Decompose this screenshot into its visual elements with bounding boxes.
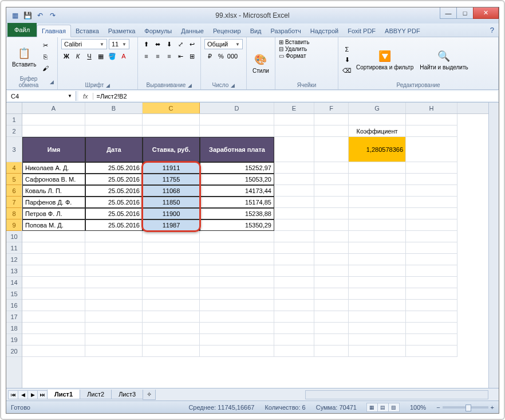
cell[interactable] — [349, 277, 406, 288]
cell[interactable] — [85, 346, 143, 357]
tab-insert[interactable]: Вставка — [71, 25, 104, 37]
cell[interactable] — [143, 323, 200, 334]
autosum-icon[interactable]: Σ — [342, 44, 352, 54]
cell[interactable] — [22, 311, 85, 323]
row-header[interactable]: 17 — [6, 311, 22, 323]
cell[interactable] — [406, 137, 457, 162]
col-header[interactable]: G — [349, 103, 406, 113]
cell[interactable] — [143, 277, 200, 288]
row-header[interactable]: 9 — [6, 219, 22, 231]
tab-formulas[interactable]: Формулы — [140, 25, 176, 37]
font-size-combo[interactable]: 11▼ — [109, 39, 129, 49]
tab-foxit[interactable]: Foxit PDF — [343, 25, 380, 37]
styles-button[interactable]: 🎨 Стили — [250, 52, 271, 75]
cell[interactable] — [314, 242, 349, 254]
cell[interactable] — [274, 185, 314, 197]
maximize-button[interactable]: □ — [456, 7, 474, 19]
cell[interactable] — [85, 114, 143, 125]
cell[interactable] — [406, 311, 457, 323]
percent-icon[interactable]: % — [216, 51, 226, 61]
cell[interactable] — [143, 288, 200, 300]
cell[interactable]: Николаев А. Д. — [22, 162, 85, 174]
sheet-tab[interactable]: Лист1 — [47, 390, 80, 399]
cell[interactable] — [200, 323, 274, 334]
name-box[interactable]: C4▼ — [7, 91, 76, 101]
align-right-icon[interactable]: ≡ — [164, 51, 175, 61]
cell[interactable] — [274, 346, 314, 357]
row-header[interactable]: 10 — [6, 231, 22, 242]
paste-button[interactable]: 📋 Вставить — [10, 45, 38, 69]
cell[interactable] — [274, 311, 314, 323]
new-sheet-button[interactable]: ✧ — [143, 390, 156, 400]
tab-addins[interactable]: Надстрой — [306, 25, 343, 37]
cell[interactable] — [200, 334, 274, 346]
delete-cells-icon[interactable]: ⊟ — [279, 46, 283, 52]
cell[interactable] — [406, 334, 457, 346]
border-button[interactable]: ▦ — [96, 51, 106, 61]
cell[interactable]: Попова М. Д. — [22, 219, 85, 231]
row-header[interactable]: 11 — [6, 242, 22, 254]
cell[interactable] — [349, 219, 406, 231]
cell[interactable] — [85, 125, 143, 137]
sheet-tab[interactable]: Лист3 — [111, 390, 143, 399]
cell[interactable] — [85, 311, 143, 323]
cell[interactable]: 15238,88 — [200, 208, 274, 219]
cell[interactable] — [22, 300, 85, 311]
cell[interactable] — [85, 288, 143, 300]
col-header[interactable]: F — [314, 103, 349, 113]
cell[interactable] — [314, 231, 349, 242]
cell[interactable] — [200, 311, 274, 323]
header-salary[interactable]: Заработная плата — [200, 137, 274, 162]
cell[interactable] — [274, 334, 314, 346]
cell-coef-label[interactable]: Коэффициент — [349, 125, 406, 137]
cell[interactable] — [406, 231, 457, 242]
dialog-launcher-icon[interactable]: ◢ — [231, 83, 235, 88]
cell[interactable] — [143, 125, 200, 137]
cell[interactable] — [85, 323, 143, 334]
col-header[interactable]: B — [85, 103, 143, 113]
cell[interactable] — [349, 311, 406, 323]
select-all-corner[interactable] — [6, 103, 22, 114]
file-tab[interactable]: Файл — [7, 23, 37, 37]
clear-icon[interactable]: ⌫ — [342, 66, 352, 76]
cell[interactable] — [406, 265, 457, 277]
insert-cells-icon[interactable]: ⊞ — [279, 39, 283, 45]
cell[interactable] — [314, 288, 349, 300]
sheet-tab[interactable]: Лист2 — [80, 390, 112, 399]
cell[interactable] — [200, 346, 274, 357]
cell[interactable] — [200, 242, 274, 254]
cell[interactable] — [200, 254, 274, 265]
cell[interactable] — [200, 231, 274, 242]
cell[interactable] — [314, 162, 349, 174]
merge-icon[interactable]: ⊞ — [187, 51, 198, 61]
tab-data[interactable]: Данные — [176, 25, 208, 37]
formula-input[interactable]: =Лист2!B2 — [93, 93, 498, 100]
cell[interactable] — [274, 277, 314, 288]
format-cells-icon[interactable]: ▭ — [279, 53, 284, 59]
align-middle-icon[interactable]: ⬌ — [153, 39, 163, 49]
cell[interactable] — [85, 277, 143, 288]
cell[interactable] — [22, 125, 85, 137]
cut-icon[interactable]: ✂ — [40, 40, 50, 50]
cell[interactable] — [349, 174, 406, 185]
view-layout-icon[interactable]: ▤ — [377, 403, 389, 412]
cell[interactable] — [314, 323, 349, 334]
col-header[interactable]: H — [406, 103, 457, 113]
header-rate[interactable]: Ставка, руб. — [143, 137, 200, 162]
cell[interactable] — [406, 174, 457, 185]
cell[interactable] — [349, 242, 406, 254]
col-header[interactable]: D — [200, 103, 274, 113]
align-bottom-icon[interactable]: ⬇ — [164, 39, 175, 49]
font-name-combo[interactable]: Calibri▼ — [61, 39, 107, 49]
cell[interactable] — [314, 137, 349, 162]
cell[interactable] — [406, 242, 457, 254]
align-left-icon[interactable]: ≡ — [141, 51, 152, 61]
cell[interactable] — [349, 162, 406, 174]
cell[interactable] — [406, 254, 457, 265]
cell[interactable] — [349, 334, 406, 346]
vertical-scrollbar[interactable] — [488, 103, 499, 388]
cell[interactable] — [143, 265, 200, 277]
cell[interactable] — [274, 254, 314, 265]
redo-icon[interactable]: ↷ — [48, 10, 58, 21]
cell[interactable] — [274, 265, 314, 277]
